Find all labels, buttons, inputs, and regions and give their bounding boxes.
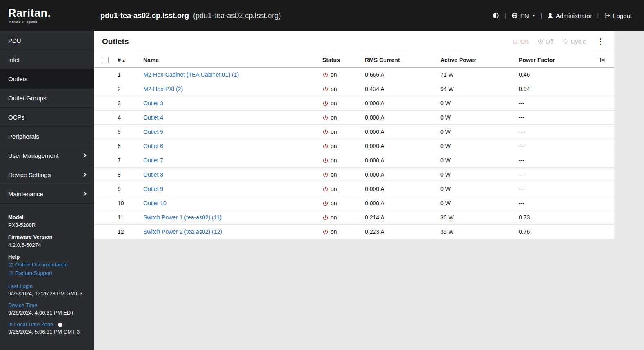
- outlet-status-text: on: [331, 186, 337, 192]
- row-select-cell: [94, 125, 118, 139]
- row-trailing-cell: [584, 125, 614, 139]
- raritan-support-link[interactable]: Raritan Support: [8, 270, 52, 277]
- outlet-status-text: on: [331, 228, 337, 235]
- raritan-support-label: Raritan Support: [15, 270, 52, 277]
- sidebar-item-label: Maintenance: [8, 191, 43, 197]
- firmware-value: 4.2.0.5-50274: [8, 241, 86, 249]
- row-select-cell: [94, 96, 118, 111]
- column-header-rms-current[interactable]: RMS Current: [365, 52, 440, 68]
- table-row: 11 Switch Power 1 (tea-as02) (11) on 0.2…: [94, 210, 614, 225]
- outlet-active-power: 0 W: [440, 196, 519, 210]
- table-row: 10 Outlet 10 on 0.000 A 0 W ---: [94, 196, 614, 210]
- power-on-button[interactable]: On: [512, 38, 529, 45]
- logout-label: Logout: [613, 12, 632, 19]
- power-off-label: Off: [546, 38, 554, 45]
- outlet-status-text: on: [331, 157, 337, 164]
- outlet-name-link[interactable]: Outlet 7: [143, 157, 163, 164]
- sidebar-item-outlet-groups[interactable]: Outlet Groups: [0, 89, 94, 108]
- table-row: 9 Outlet 9 on 0.000 A 0 W ---: [94, 182, 614, 196]
- sidebar-item-label: Outlet Groups: [8, 95, 46, 102]
- outlet-name-link[interactable]: Outlet 4: [143, 114, 163, 121]
- power-cycle-label: Cycle: [571, 38, 586, 45]
- sidebar-item-outlets[interactable]: Outlets: [0, 69, 94, 89]
- external-link-icon: [8, 271, 13, 276]
- select-all-checkbox[interactable]: [102, 57, 109, 63]
- outlet-status-cell: on: [322, 111, 365, 125]
- sidebar-item-pdu[interactable]: PDU: [0, 31, 94, 50]
- page-title: Outlets: [102, 37, 129, 46]
- top-header-bar: Raritan. A brand of legrand pdu1-tea-as0…: [0, 0, 644, 31]
- outlet-power-factor: ---: [519, 139, 584, 153]
- row-trailing-cell: [584, 82, 614, 96]
- outlet-name-link[interactable]: Outlet 3: [143, 100, 163, 106]
- outlet-power-factor: 0.46: [519, 68, 584, 82]
- sidebar-item-ocps[interactable]: OCPs: [0, 108, 94, 127]
- external-link-icon: [8, 262, 13, 267]
- outlet-number: 6: [118, 139, 143, 153]
- power-on-status-icon: [322, 172, 329, 178]
- row-select-cell: [94, 168, 118, 182]
- row-select-cell: [94, 225, 118, 239]
- header-separator: |: [540, 12, 542, 19]
- power-on-status-icon: [322, 72, 329, 78]
- power-cycle-button[interactable]: Cycle: [562, 38, 586, 45]
- outlet-rms-current: 0.000 A: [365, 96, 440, 111]
- outlet-active-power: 0 W: [440, 182, 519, 196]
- outlet-status-cell: on: [322, 168, 365, 182]
- outlet-number: 4: [118, 111, 143, 125]
- sidebar-item-device-settings[interactable]: Device Settings: [0, 165, 94, 184]
- globe-icon: [511, 12, 518, 19]
- outlet-name-link[interactable]: Outlet 9: [143, 186, 163, 192]
- row-select-cell: [94, 210, 118, 225]
- sidebar-item-label: PDU: [8, 37, 21, 44]
- last-login-link[interactable]: Last Login: [8, 283, 33, 290]
- model-value: PX3-5288R: [8, 222, 86, 229]
- outlet-status-text: on: [331, 128, 337, 135]
- row-trailing-cell: [584, 139, 614, 153]
- language-selector[interactable]: EN ▼: [511, 12, 535, 19]
- online-documentation-link[interactable]: Online Documentation: [8, 261, 68, 268]
- outlet-name-link[interactable]: Outlet 6: [143, 143, 163, 149]
- row-trailing-cell: [584, 153, 614, 168]
- outlet-name-link[interactable]: M2-Hex-PXI (2): [143, 86, 183, 92]
- outlets-table: #▲ Name Status RMS Current Active Power …: [94, 52, 614, 239]
- more-options-button[interactable]: ⋮: [595, 37, 606, 46]
- outlet-name-link[interactable]: M2-Hex-Cabinet (TEA Cabinet 01) (1): [143, 71, 239, 78]
- outlet-name-link[interactable]: Switch Power 2 (tea-as02) (12): [143, 228, 222, 235]
- online-documentation-label: Online Documentation: [15, 261, 68, 268]
- theme-contrast-button[interactable]: [493, 12, 499, 19]
- sidebar-item-maintenance[interactable]: Maintenance: [0, 184, 94, 204]
- column-header-power-factor[interactable]: Power Factor: [519, 52, 584, 68]
- last-login-label: Last Login: [8, 283, 33, 290]
- chevron-right-icon: [82, 172, 86, 177]
- sidebar-item-peripherals[interactable]: Peripherals: [0, 127, 94, 146]
- outlet-rms-current: 0.666 A: [365, 68, 440, 82]
- row-select-cell: [94, 153, 118, 168]
- outlet-name-link[interactable]: Outlet 10: [143, 200, 167, 206]
- outlet-power-factor: ---: [519, 96, 584, 111]
- outlet-power-factor: 0.73: [519, 210, 584, 225]
- outlet-active-power: 0 W: [440, 139, 519, 153]
- column-header-active-power[interactable]: Active Power: [440, 52, 519, 68]
- column-header-number[interactable]: #▲: [118, 52, 143, 68]
- column-header-status[interactable]: Status: [322, 52, 365, 68]
- outlet-name-link[interactable]: Outlet 8: [143, 171, 163, 178]
- outlet-status-text: on: [331, 71, 337, 78]
- outlet-status-cell: on: [322, 82, 365, 96]
- local-time-zone-link[interactable]: In Local Time Zone: [8, 321, 63, 328]
- row-select-cell: [94, 182, 118, 196]
- outlet-number: 8: [118, 168, 143, 182]
- outlet-name-link[interactable]: Switch Power 1 (tea-as02) (11): [143, 214, 222, 221]
- column-header-name[interactable]: Name: [143, 52, 322, 68]
- logout-button[interactable]: Logout: [604, 12, 632, 19]
- power-off-button[interactable]: Off: [537, 38, 554, 45]
- sidebar-item-user-management[interactable]: User Management: [0, 146, 94, 165]
- column-settings-icon[interactable]: [600, 57, 606, 63]
- user-menu[interactable]: Administrator: [547, 12, 592, 19]
- device-time-link[interactable]: Device Time: [8, 302, 38, 309]
- header-separator: |: [597, 12, 599, 19]
- sidebar-item-inlet[interactable]: Inlet: [0, 50, 94, 69]
- outlet-name-link[interactable]: Outlet 5: [143, 128, 163, 135]
- row-select-cell: [94, 68, 118, 82]
- outlet-status-text: on: [331, 214, 337, 221]
